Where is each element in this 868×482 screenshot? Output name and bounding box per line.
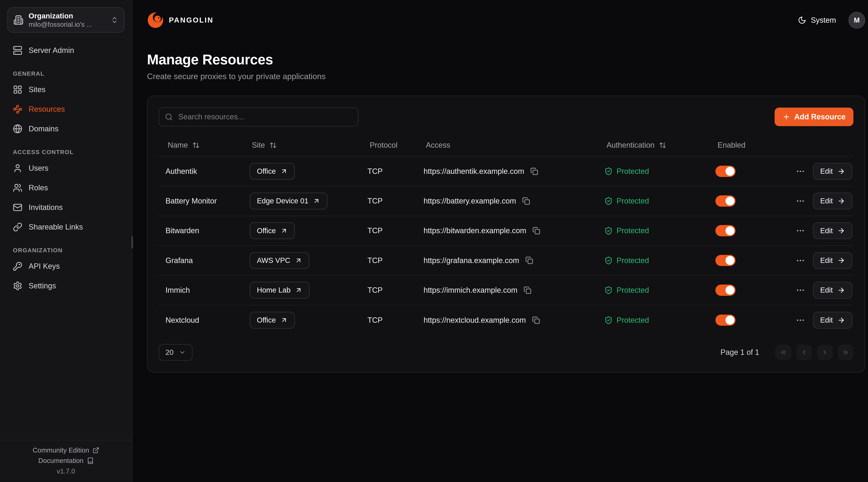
community-edition-link[interactable]: Community Edition — [33, 446, 99, 454]
page-subtitle: Create secure proxies to your private ap… — [147, 72, 865, 81]
sidebar-item-label: Domains — [29, 125, 59, 133]
enabled-toggle[interactable] — [715, 315, 736, 326]
user-icon — [13, 163, 22, 173]
sidebar: Organization milo@fossorial.io's ... Ser… — [0, 0, 132, 482]
edit-button[interactable]: Edit — [813, 222, 852, 239]
auth-status-badge: Protected — [597, 197, 709, 205]
column-header-authentication[interactable]: Authentication — [597, 141, 709, 150]
user-avatar[interactable]: M — [848, 12, 865, 29]
org-switcher[interactable]: Organization milo@fossorial.io's ... — [7, 7, 125, 33]
resource-protocol: TCP — [361, 286, 417, 294]
sidebar-item-server-admin[interactable]: Server Admin — [7, 42, 125, 59]
row-menu-button[interactable] — [795, 284, 806, 296]
first-page-button[interactable] — [775, 345, 791, 360]
sort-icon — [192, 141, 199, 149]
copy-icon — [532, 227, 540, 234]
site-link-button[interactable]: Office — [250, 222, 295, 239]
site-link-button[interactable]: Office — [250, 163, 295, 180]
site-link-button[interactable]: Home Lab — [250, 282, 310, 299]
community-edition-label: Community Edition — [33, 446, 89, 454]
edit-button[interactable]: Edit — [813, 193, 852, 210]
sidebar-item-api-keys[interactable]: API Keys — [7, 258, 125, 275]
copy-url-button[interactable] — [524, 255, 534, 265]
card-footer: 20 Page 1 of 1 — [159, 344, 854, 361]
resource-name: Battery Monitor — [159, 197, 243, 205]
chevrons-right-icon — [842, 349, 849, 356]
sidebar-item-resources[interactable]: Resources — [7, 101, 125, 118]
copy-url-button[interactable] — [521, 196, 531, 206]
copy-url-button[interactable] — [529, 166, 539, 176]
search-input[interactable] — [159, 107, 359, 127]
page-size-value: 20 — [165, 348, 174, 357]
column-header-name[interactable]: Name — [159, 141, 243, 150]
sidebar-item-settings[interactable]: Settings — [7, 277, 125, 295]
arrow-right-icon — [837, 197, 845, 205]
edit-button[interactable]: Edit — [813, 163, 852, 180]
documentation-link[interactable]: Documentation — [38, 457, 94, 464]
copy-icon — [532, 316, 540, 324]
edit-label: Edit — [820, 256, 833, 265]
arrow-up-right-icon — [313, 197, 320, 204]
enabled-toggle[interactable] — [715, 255, 736, 266]
row-menu-button[interactable] — [795, 225, 806, 237]
org-text: Organization milo@fossorial.io's ... — [29, 12, 106, 28]
search-icon — [165, 113, 173, 121]
prev-page-button[interactable] — [796, 345, 812, 360]
enabled-toggle[interactable] — [715, 166, 736, 177]
search-wrap — [159, 107, 359, 127]
row-menu-button[interactable] — [795, 255, 806, 266]
site-link-button[interactable]: Office — [250, 312, 295, 329]
auth-status-label: Protected — [617, 286, 649, 294]
site-link-button[interactable]: AWS VPC — [250, 252, 309, 269]
toggle-knob — [725, 167, 735, 176]
enabled-toggle[interactable] — [715, 195, 736, 207]
table-row: Immich Home Lab TCP https://immich.examp… — [159, 276, 854, 305]
sidebar-item-label: Resources — [29, 105, 65, 114]
copy-url-button[interactable] — [523, 285, 533, 295]
section-label-general: GENERAL — [7, 70, 125, 77]
column-header-access: Access — [417, 141, 597, 150]
building-icon — [13, 15, 24, 25]
add-resource-button[interactable]: Add Resource — [775, 107, 854, 126]
add-resource-label: Add Resource — [794, 113, 846, 121]
page-title: Manage Resources — [147, 52, 865, 68]
page-content: Manage Resources Create secure proxies t… — [132, 40, 868, 373]
brand[interactable]: PANGOLIN — [147, 12, 214, 29]
theme-selector[interactable]: System — [798, 16, 836, 25]
sidebar-item-users[interactable]: Users — [7, 159, 125, 177]
card-toolbar: Add Resource — [159, 107, 854, 127]
page-size-select[interactable]: 20 — [159, 344, 192, 361]
edit-button[interactable]: Edit — [813, 252, 852, 269]
ellipsis-icon — [796, 285, 805, 295]
edit-button[interactable]: Edit — [813, 282, 852, 299]
resource-url: https://authentik.example.com — [424, 167, 524, 175]
copy-url-button[interactable] — [531, 226, 541, 236]
sidebar-item-invitations[interactable]: Invitations — [7, 199, 125, 216]
row-menu-button[interactable] — [795, 165, 806, 177]
avatar-initial: M — [854, 16, 860, 24]
resource-protocol: TCP — [361, 226, 417, 235]
sidebar-item-sites[interactable]: Sites — [7, 81, 125, 98]
sidebar-item-shareable-links[interactable]: Shareable Links — [7, 218, 125, 236]
copy-url-button[interactable] — [531, 315, 541, 325]
enabled-toggle[interactable] — [715, 225, 736, 236]
next-page-button[interactable] — [817, 345, 833, 360]
users-icon — [13, 183, 22, 193]
globe-icon — [13, 124, 22, 134]
column-header-site[interactable]: Site — [243, 141, 361, 150]
edit-button[interactable]: Edit — [813, 312, 852, 329]
last-page-button[interactable] — [838, 345, 854, 360]
site-link-button[interactable]: Edge Device 01 — [250, 193, 328, 210]
sidebar-item-domains[interactable]: Domains — [7, 120, 125, 137]
toggle-knob — [725, 316, 735, 325]
resource-name: Bitwarden — [159, 226, 243, 235]
row-menu-button[interactable] — [795, 195, 806, 207]
row-menu-button[interactable] — [795, 314, 806, 326]
sidebar-resize-handle[interactable] — [131, 236, 133, 249]
key-icon — [13, 261, 22, 271]
table-row: Battery Monitor Edge Device 01 TCP https… — [159, 186, 854, 216]
auth-status-label: Protected — [617, 167, 649, 175]
enabled-toggle[interactable] — [715, 285, 736, 296]
sort-icon — [270, 141, 277, 149]
sidebar-item-roles[interactable]: Roles — [7, 179, 125, 196]
